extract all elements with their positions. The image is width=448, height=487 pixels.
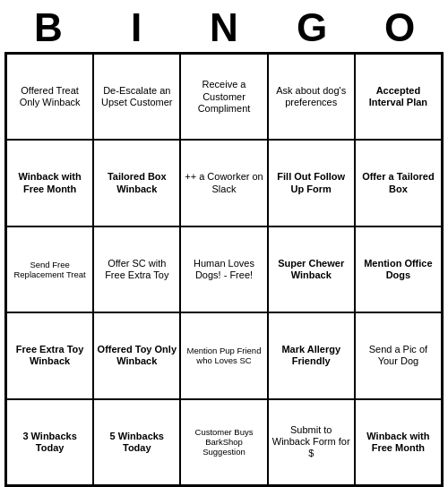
bingo-cell-5[interactable]: Winback with Free Month <box>6 140 93 226</box>
bingo-cell-22[interactable]: Customer Buys BarkShop Suggestion <box>180 399 267 485</box>
bingo-cell-13[interactable]: Super Chewer Winback <box>268 226 355 312</box>
bingo-cell-20[interactable]: 3 Winbacks Today <box>6 399 93 485</box>
bingo-cell-11[interactable]: Offer SC with Free Extra Toy <box>93 226 180 312</box>
bingo-cell-16[interactable]: Offered Toy Only Winback <box>93 312 180 398</box>
bingo-cell-23[interactable]: Submit to Winback Form for $ <box>268 399 355 485</box>
bingo-cell-6[interactable]: Tailored Box Winback <box>93 140 180 226</box>
letter-i: I <box>97 5 176 50</box>
bingo-cell-4[interactable]: Accepted Interval Plan <box>355 54 442 140</box>
bingo-cell-7[interactable]: ++ a Coworker on Slack <box>180 140 267 226</box>
bingo-cell-1[interactable]: De-Escalate an Upset Customer <box>93 54 180 140</box>
bingo-cell-14[interactable]: Mention Office Dogs <box>355 226 442 312</box>
bingo-cell-12[interactable]: Human Loves Dogs! - Free! <box>180 226 267 312</box>
bingo-cell-2[interactable]: Receive a Customer Compliment <box>180 54 267 140</box>
bingo-grid: Offered Treat Only WinbackDe-Escalate an… <box>4 52 444 487</box>
bingo-cell-19[interactable]: Send a Pic of Your Dog <box>355 312 442 398</box>
bingo-title: B I N G O <box>4 0 444 52</box>
bingo-cell-0[interactable]: Offered Treat Only Winback <box>6 54 93 140</box>
letter-b: B <box>9 5 88 50</box>
bingo-cell-18[interactable]: Mark Allergy Friendly <box>268 312 355 398</box>
bingo-cell-24[interactable]: Winback with Free Month <box>355 399 442 485</box>
letter-n: N <box>185 5 263 50</box>
bingo-cell-15[interactable]: Free Extra Toy Winback <box>6 312 93 398</box>
bingo-cell-21[interactable]: 5 Winbacks Today <box>93 399 180 485</box>
letter-o: O <box>360 5 439 50</box>
bingo-cell-17[interactable]: Mention Pup Friend who Loves SC <box>180 312 267 398</box>
bingo-cell-3[interactable]: Ask about dog's preferences <box>268 54 355 140</box>
bingo-cell-8[interactable]: Fill Out Follow Up Form <box>268 140 355 226</box>
letter-g: G <box>272 5 351 50</box>
bingo-cell-9[interactable]: Offer a Tailored Box <box>355 140 442 226</box>
bingo-cell-10[interactable]: Send Free Replacement Treat <box>6 226 93 312</box>
